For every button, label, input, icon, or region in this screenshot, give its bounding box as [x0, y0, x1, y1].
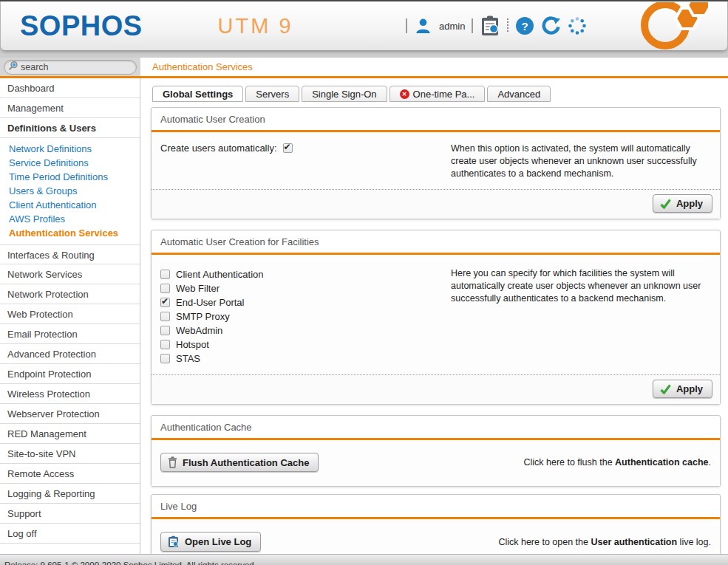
sidebar-item[interactable]: Wireless Protection: [0, 384, 140, 404]
sidebar-item-label: Site-to-site VPN: [7, 448, 75, 459]
sidebar-item[interactable]: Advanced Protection: [0, 344, 140, 364]
sidebar-item[interactable]: Time Period Definitions: [0, 170, 140, 184]
sidebar-item-label: Endpoint Protection: [7, 369, 91, 380]
sidebar-item-label: Interfaces & Routing: [7, 250, 95, 261]
sidebar-item[interactable]: Endpoint Protection: [0, 364, 140, 384]
facility-label: SMTP Proxy: [176, 311, 230, 322]
section-title: Authentication Cache: [152, 416, 720, 440]
livelog-clipboard-icon: [168, 535, 180, 548]
trash-icon: [168, 456, 177, 468]
facility-option: End-User Portal: [160, 295, 451, 309]
sidebar-item[interactable]: Definitions & Users: [0, 118, 140, 138]
search-icon: [8, 61, 18, 74]
facility-label: WebAdmin: [176, 325, 222, 336]
facility-checkbox[interactable]: [160, 284, 170, 293]
tab[interactable]: ✕ Single Sign-On: [302, 86, 387, 102]
tab[interactable]: ✕ One-time Pa...: [389, 86, 486, 102]
sidebar-item-label: Network Definitions: [9, 143, 92, 154]
sidebar-item[interactable]: Site-to-site VPN: [0, 444, 140, 464]
main-panel: ✕ Global Settings ✕ Servers ✕ Single Sig…: [140, 78, 728, 563]
sidebar-item[interactable]: Network Services: [0, 264, 140, 284]
facility-label: End-User Portal: [176, 297, 244, 308]
facility-option: SMTP Proxy: [160, 309, 451, 323]
header-icon-cluster: admin ?: [406, 1, 587, 50]
sidebar-item[interactable]: Users & Groups: [0, 184, 140, 198]
sidebar-item-label: RED Management: [7, 428, 86, 439]
sidebar-item-label: Webserver Protection: [7, 408, 100, 420]
create-users-checkbox[interactable]: [283, 143, 293, 153]
tab[interactable]: ✕ Global Settings: [152, 86, 243, 102]
tab-label: Servers: [256, 89, 289, 100]
sidebar-item[interactable]: Client Authentication: [0, 198, 140, 212]
refresh-icon[interactable]: [541, 16, 561, 35]
section-authentication-cache: Authentication Cache Flush Authenticatio…: [151, 415, 721, 487]
section-title: Automatic User Creation for Facilities: [152, 230, 720, 255]
sidebar-item-label: Time Period Definitions: [9, 171, 108, 182]
sidebar-item-label: Log off: [7, 528, 37, 539]
sidebar-item-label: Support: [7, 508, 41, 519]
sidebar-item[interactable]: Network Definitions: [0, 142, 140, 156]
section-title: Live Log: [152, 495, 720, 519]
help-text: Click here to flush the Authentication c…: [523, 457, 711, 468]
spinner-icon: [568, 16, 587, 35]
facility-checkbox[interactable]: [160, 312, 170, 321]
check-icon: [660, 199, 671, 209]
tab[interactable]: ✕ Advanced: [487, 86, 551, 102]
page-title: Authentication Services: [152, 61, 253, 72]
sidebar-item[interactable]: Interfaces & Routing: [0, 244, 140, 264]
username-label: admin: [439, 21, 465, 32]
sidebar-item[interactable]: Email Protection: [0, 324, 140, 344]
sidebar-item[interactable]: Network Protection: [0, 284, 140, 304]
livelog-clipboard-icon[interactable]: [480, 15, 500, 37]
sidebar-item[interactable]: Dashboard: [0, 78, 140, 98]
search-input[interactable]: [21, 62, 124, 72]
sidebar-item[interactable]: RED Management: [0, 424, 140, 444]
sidebar-item-label: Web Protection: [7, 309, 73, 320]
facility-checkbox[interactable]: [160, 354, 170, 363]
facility-checkbox[interactable]: [160, 298, 170, 307]
sidebar-item[interactable]: Log off: [0, 524, 140, 544]
product-name: UTM 9: [218, 14, 293, 38]
sidebar-item[interactable]: Logging & Reporting: [0, 484, 140, 504]
facility-option: Hotspot: [160, 338, 451, 352]
facility-checkbox[interactable]: [160, 326, 170, 335]
facility-list: Client Authentication Web Filter End-Use…: [160, 267, 451, 366]
facility-option: Client Authentication: [160, 267, 451, 281]
release-footer: Release: 9.605-1 © 2000-2020 Sophos Limi…: [4, 561, 256, 565]
facility-checkbox[interactable]: [160, 340, 170, 349]
section-facilities: Automatic User Creation for Facilities C…: [151, 230, 721, 405]
sidebar-item[interactable]: Management: [0, 98, 140, 118]
facility-checkbox[interactable]: [160, 270, 170, 279]
tab-label: One-time Pa...: [413, 89, 475, 100]
sidebar-item[interactable]: Remote Access: [0, 464, 140, 484]
search-box[interactable]: [4, 60, 137, 75]
sidebar-item[interactable]: Service Definitions: [0, 156, 140, 170]
user-icon: [414, 17, 432, 35]
breadcrumb-bar: Authentication Services: [140, 58, 728, 76]
facility-label: STAS: [176, 353, 200, 364]
apply-button[interactable]: Apply: [653, 380, 712, 398]
apply-button[interactable]: Apply: [653, 194, 712, 213]
divider: [472, 18, 473, 33]
sidebar-item[interactable]: AWS Profiles: [0, 212, 140, 226]
sidebar-item-label: Advanced Protection: [7, 349, 96, 360]
tab-label: Advanced: [497, 89, 540, 100]
sidebar-item-label: Dashboard: [7, 83, 55, 94]
flush-authentication-cache-button[interactable]: Flush Authentication Cache: [160, 453, 319, 472]
error-status-icon: ✕: [400, 89, 409, 99]
help-text: Click here to open the User authenticati…: [498, 537, 711, 547]
sidebar-item-label: Wireless Protection: [7, 388, 90, 400]
help-icon[interactable]: ?: [515, 16, 534, 35]
open-live-log-button[interactable]: Open Live Log: [160, 532, 261, 552]
sidebar-item[interactable]: Support: [0, 504, 140, 524]
sidebar-nav: Dashboard Management Definitions & Users…: [0, 78, 140, 563]
tab[interactable]: ✕ Servers: [245, 86, 299, 102]
sidebar-item[interactable]: Authentication Services: [0, 226, 140, 240]
tab-bar: ✕ Global Settings ✕ Servers ✕ Single Sig…: [152, 86, 721, 102]
facility-option: Web Filter: [160, 281, 451, 295]
sidebar-item[interactable]: Web Protection: [0, 304, 140, 324]
check-icon: [660, 384, 671, 394]
tab-label: Global Settings: [163, 89, 233, 100]
sidebar-item[interactable]: Webserver Protection: [0, 404, 140, 424]
search-breadcrumb-strip: Authentication Services: [0, 58, 728, 78]
